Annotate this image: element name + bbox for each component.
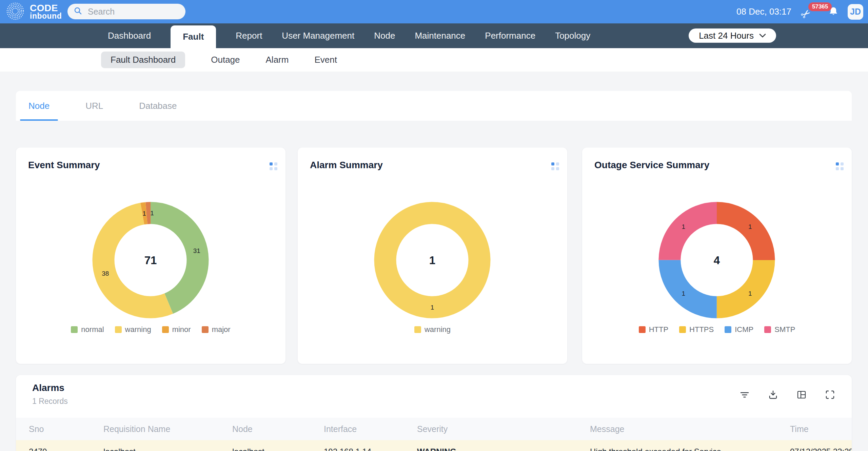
nav-item-dashboard[interactable]: Dashboard (108, 31, 151, 41)
fullscreen-icon[interactable] (825, 389, 835, 400)
svg-text:1: 1 (748, 290, 752, 297)
topbar-right: 08 Dec, 03:17 ✂ 57365 JD (736, 0, 863, 23)
chart-legend: normal warning minor major (16, 325, 285, 334)
card-title: Outage Service Summary (594, 160, 709, 171)
chart-legend: warning (298, 325, 567, 334)
nav-item-user-management[interactable]: User Management (282, 31, 354, 41)
svg-text:31: 31 (193, 247, 200, 254)
legend-item[interactable]: warning (115, 325, 151, 334)
cell-interface: 192.168.1.14 (324, 447, 417, 451)
topbar: CODE inbound 08 Dec, 03:17 ✂ 5 (0, 0, 868, 23)
legend-item[interactable]: normal (71, 325, 104, 334)
nav-item-report[interactable]: Report (236, 31, 262, 41)
chevron-down-icon (759, 34, 766, 38)
datetime-label: 08 Dec, 03:17 (736, 6, 791, 17)
time-range-select[interactable]: Last 24 Hours (689, 28, 776, 43)
alarms-title: Alarms (32, 383, 64, 393)
column-header-node[interactable]: Node (232, 424, 324, 434)
logo-text: CODE inbound (30, 4, 62, 20)
cell-message: High threshold exceeded for Service (590, 447, 790, 451)
svg-text:1: 1 (429, 254, 435, 267)
download-icon[interactable] (768, 389, 778, 400)
outage-summary-donut[interactable]: 11114 (656, 199, 778, 321)
nav-item-maintenance[interactable]: Maintenance (415, 31, 465, 41)
search-filter-icon[interactable] (198, 6, 206, 17)
main-nav: Dashboard Fault Report User Management N… (0, 23, 868, 48)
svg-text:1: 1 (682, 223, 685, 230)
event-summary-donut[interactable]: 31381171 (90, 199, 212, 321)
svg-text:1: 1 (748, 223, 752, 230)
view-tabbar: Node URL Database (16, 91, 852, 121)
subnav-item-event[interactable]: Event (314, 55, 337, 65)
svg-text:38: 38 (102, 270, 109, 277)
card-title: Alarm Summary (310, 160, 383, 171)
outage-service-summary-card: Outage Service Summary 11114 HTTP HTTPS … (582, 148, 852, 364)
filter-icon[interactable] (739, 389, 750, 400)
table-columns-icon[interactable] (796, 389, 807, 400)
cell-sno: 2470 (29, 447, 103, 451)
brand-logo[interactable]: CODE inbound (5, 1, 62, 22)
notification-count-badge: 57365 (808, 2, 832, 11)
subnav-item-fault-dashboard[interactable]: Fault Dashboard (101, 52, 185, 68)
subnav-item-alarm[interactable]: Alarm (266, 55, 289, 65)
nav-item-performance[interactable]: Performance (485, 31, 535, 41)
column-header-requisition-name[interactable]: Requisition Name (103, 424, 232, 434)
alarm-summary-donut[interactable]: 11 (371, 199, 493, 321)
global-search[interactable] (67, 4, 185, 19)
alarms-record-count: 1 Records (32, 397, 68, 406)
svg-text:4: 4 (714, 254, 720, 267)
alarms-actions (739, 389, 835, 400)
nav-item-node[interactable]: Node (374, 31, 395, 41)
drag-grid-icon[interactable] (551, 162, 559, 170)
column-header-message[interactable]: Message (590, 424, 790, 434)
column-header-severity[interactable]: Severity (417, 424, 590, 434)
cell-requisition-name: localhost (103, 447, 232, 451)
subnav-item-outage[interactable]: Outage (211, 55, 240, 65)
chart-legend: HTTP HTTPS ICMP SMTP (582, 325, 852, 334)
table-row[interactable]: 2470 localhost localhost 192.168.1.14 WA… (16, 440, 852, 451)
fault-subnav: Fault Dashboard Outage Alarm Event (0, 48, 868, 72)
svg-text:1: 1 (150, 210, 154, 217)
legend-item[interactable]: HTTP (639, 325, 668, 334)
legend-item[interactable]: ICMP (725, 325, 753, 334)
cell-severity: WARNING (417, 447, 590, 451)
legend-item[interactable]: HTTPS (679, 325, 714, 334)
tab-database[interactable]: Database (131, 91, 185, 121)
cell-node: localhost (232, 447, 324, 451)
svg-text:1: 1 (142, 210, 146, 217)
time-range-value: Last 24 Hours (699, 31, 754, 41)
table-header-row: Sno Requisition Name Node Interface Seve… (16, 418, 852, 440)
search-input[interactable] (87, 6, 198, 17)
tab-node[interactable]: Node (20, 91, 58, 121)
column-header-interface[interactable]: Interface (324, 424, 417, 434)
legend-item[interactable]: warning (414, 325, 451, 334)
user-avatar[interactable]: JD (848, 4, 863, 20)
search-icon (74, 6, 82, 17)
alarm-summary-card: Alarm Summary 11 warning (298, 148, 567, 364)
tab-url[interactable]: URL (77, 91, 112, 121)
event-summary-card: Event Summary 31381171 normal warning mi… (16, 148, 285, 364)
nav-item-fault[interactable]: Fault (171, 25, 216, 48)
column-header-time[interactable]: Time (790, 424, 852, 434)
nav-item-topology[interactable]: Topology (555, 31, 590, 41)
svg-text:71: 71 (144, 254, 157, 267)
legend-item[interactable]: major (202, 325, 231, 334)
drag-grid-icon[interactable] (836, 162, 844, 170)
svg-text:1: 1 (682, 290, 685, 297)
app-window: CODE inbound 08 Dec, 03:17 ✂ 5 (0, 0, 868, 451)
legend-item[interactable]: minor (162, 325, 191, 334)
logo-sunburst-icon (5, 1, 25, 22)
alarms-table-card: Alarms 1 Records (16, 375, 852, 451)
cell-time: 07/12/2025 23:28 (790, 447, 852, 451)
drag-grid-icon[interactable] (270, 162, 277, 170)
svg-text:1: 1 (431, 304, 434, 311)
notifications-tools[interactable]: ✂ 57365 (800, 3, 819, 21)
legend-item[interactable]: SMTP (764, 325, 795, 334)
card-title: Event Summary (28, 160, 100, 171)
column-header-sno[interactable]: Sno (29, 424, 103, 434)
